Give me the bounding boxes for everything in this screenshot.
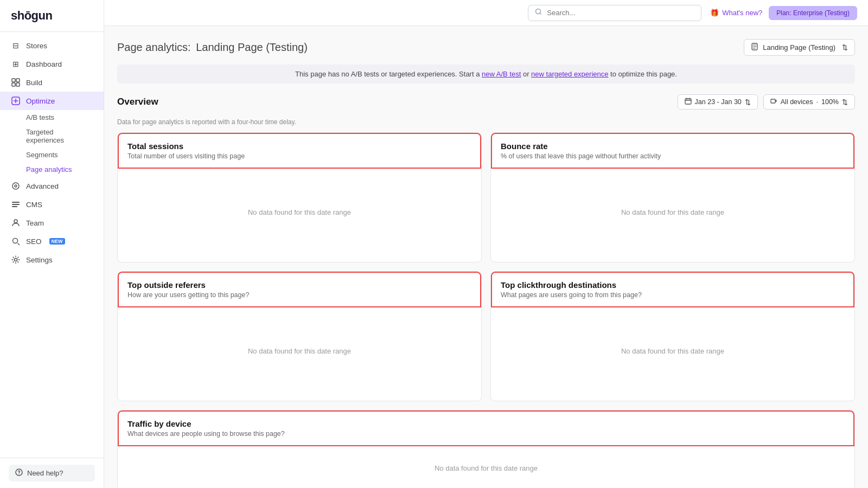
sidebar-item-seo[interactable]: SEO NEW (0, 232, 104, 251)
svg-point-6 (15, 185, 17, 187)
sidebar-item-build[interactable]: Build (0, 73, 104, 92)
help-icon (15, 468, 23, 478)
svg-point-5 (12, 183, 19, 189)
device-icon (770, 98, 777, 106)
top-clickthrough-subtitle: What pages are users going to from this … (501, 291, 845, 299)
traffic-by-device-card: Traffic by device What devices are peopl… (117, 410, 855, 488)
svg-rect-18 (771, 99, 775, 103)
whats-new-button[interactable]: 🎁 What's new? (710, 9, 762, 17)
svg-rect-2 (12, 83, 15, 86)
sidebar-item-cms[interactable]: CMS (0, 195, 104, 214)
total-sessions-body: No data found for this date range (118, 169, 481, 255)
sidebar: shōgun ⊟ Stores ⊞ Dashboard Build Optimi… (0, 0, 104, 488)
bounce-rate-title: Bounce rate (501, 142, 845, 151)
top-referers-subtitle: How are your users getting to this page? (127, 291, 471, 299)
main-area: 🎁 What's new? Plan: Enterprise (Testing)… (104, 0, 868, 488)
sidebar-item-stores[interactable]: ⊟ Stores (0, 36, 104, 55)
overview-controls: Jan 23 - Jan 30 ⇅ All devices · 100% ⇅ (678, 94, 855, 110)
build-icon (11, 78, 21, 87)
traffic-device-subtitle: What devices are people using to browse … (127, 430, 845, 438)
svg-rect-9 (12, 206, 17, 207)
sidebar-footer: Need help? (0, 458, 104, 488)
dashboard-icon: ⊞ (11, 59, 21, 69)
device-chevron-icon: ⇅ (842, 98, 848, 106)
selector-chevron-icon: ⇅ (842, 43, 848, 52)
help-button[interactable]: Need help? (9, 465, 95, 481)
optimize-icon (11, 96, 21, 106)
seo-new-badge: NEW (49, 238, 65, 245)
device-filter-button[interactable]: All devices · 100% ⇅ (763, 94, 855, 110)
logo-area: shōgun (0, 0, 104, 32)
plan-button[interactable]: Plan: Enterprise (Testing) (769, 6, 857, 20)
bounce-rate-body: No data found for this date range (491, 169, 854, 255)
stores-icon: ⊟ (11, 41, 21, 50)
sidebar-sub-ab-tests[interactable]: A/B tests (0, 110, 104, 125)
gift-icon: 🎁 (710, 9, 719, 17)
total-sessions-card: Total sessions Total number of users vis… (117, 132, 482, 262)
top-referers-title: Top outside referers (127, 280, 471, 290)
analytics-cards-grid: Total sessions Total number of users vis… (117, 132, 855, 401)
sidebar-item-optimize[interactable]: Optimize (0, 92, 104, 110)
total-sessions-title: Total sessions (127, 142, 471, 151)
svg-rect-3 (16, 83, 20, 86)
svg-point-11 (13, 239, 18, 243)
svg-rect-17 (685, 99, 691, 104)
sidebar-sub-targeted-experiences[interactable]: Targeted experiences (0, 125, 104, 147)
search-box[interactable] (528, 5, 701, 21)
overview-title: Overview (117, 97, 158, 107)
sidebar-item-dashboard[interactable]: ⊞ Dashboard (0, 55, 104, 73)
sidebar-item-settings[interactable]: Settings (0, 251, 104, 269)
traffic-device-title: Traffic by device (127, 419, 845, 428)
page-header: Page analytics: Landing Page (Testing) L… (117, 39, 855, 56)
date-range-button[interactable]: Jan 23 - Jan 30 ⇅ (678, 94, 758, 110)
bounce-rate-subtitle: % of users that leave this page without … (501, 152, 845, 160)
bounce-rate-header: Bounce rate % of users that leave this p… (491, 133, 854, 169)
new-ab-test-link[interactable]: new A/B test (482, 70, 521, 78)
svg-rect-7 (12, 202, 20, 203)
svg-point-12 (15, 259, 17, 261)
sidebar-item-advanced[interactable]: Advanced (0, 177, 104, 195)
svg-rect-0 (12, 79, 15, 82)
page-selector[interactable]: Landing Page (Testing) ⇅ (744, 39, 855, 56)
topbar: 🎁 What's new? Plan: Enterprise (Testing) (104, 0, 868, 26)
page-icon (751, 43, 758, 52)
top-referers-card: Top outside referers How are your users … (117, 271, 482, 401)
top-clickthrough-title: Top clickthrough destinations (501, 280, 845, 290)
sidebar-sub-page-analytics[interactable]: Page analytics (0, 162, 104, 177)
team-icon (11, 218, 21, 228)
top-clickthrough-card: Top clickthrough destinations What pages… (490, 271, 855, 401)
overview-header: Overview Jan 23 - Jan 30 ⇅ All devices ·… (117, 94, 855, 110)
new-targeted-experience-link[interactable]: new targeted experience (531, 70, 608, 78)
search-icon (535, 8, 542, 18)
topbar-right: 🎁 What's new? Plan: Enterprise (Testing) (710, 6, 857, 20)
bounce-rate-card: Bounce rate % of users that leave this p… (490, 132, 855, 262)
top-referers-body: No data found for this date range (118, 307, 481, 394)
date-chevron-icon: ⇅ (745, 98, 751, 106)
info-banner: This page has no A/B tests or targeted e… (117, 65, 855, 84)
top-referers-header: Top outside referers How are your users … (118, 272, 481, 307)
seo-icon (11, 236, 21, 246)
settings-icon (11, 255, 21, 265)
content-area: Page analytics: Landing Page (Testing) L… (104, 26, 868, 488)
svg-rect-8 (12, 204, 20, 205)
cms-icon (11, 200, 21, 209)
top-clickthrough-body: No data found for this date range (491, 307, 854, 394)
data-notice: Data for page analytics is reported with… (117, 118, 855, 126)
sidebar-item-team[interactable]: Team (0, 214, 104, 232)
page-title: Page analytics: Landing Page (Testing) (117, 41, 308, 54)
advanced-icon (11, 181, 21, 191)
svg-rect-1 (16, 79, 20, 82)
sidebar-sub-segments[interactable]: Segments (0, 147, 104, 162)
calendar-icon (685, 98, 692, 106)
svg-point-10 (14, 220, 17, 223)
search-input[interactable] (547, 9, 694, 17)
total-sessions-header: Total sessions Total number of users vis… (118, 133, 481, 169)
traffic-device-body: No data found for this date range (118, 446, 854, 488)
app-logo: shōgun (11, 9, 52, 22)
traffic-device-header: Traffic by device What devices are peopl… (118, 410, 854, 446)
svg-point-14 (18, 474, 19, 474)
total-sessions-subtitle: Total number of users visiting this page (127, 152, 471, 160)
top-clickthrough-header: Top clickthrough destinations What pages… (491, 272, 854, 307)
sidebar-nav: ⊟ Stores ⊞ Dashboard Build Optimize A/B … (0, 32, 104, 458)
